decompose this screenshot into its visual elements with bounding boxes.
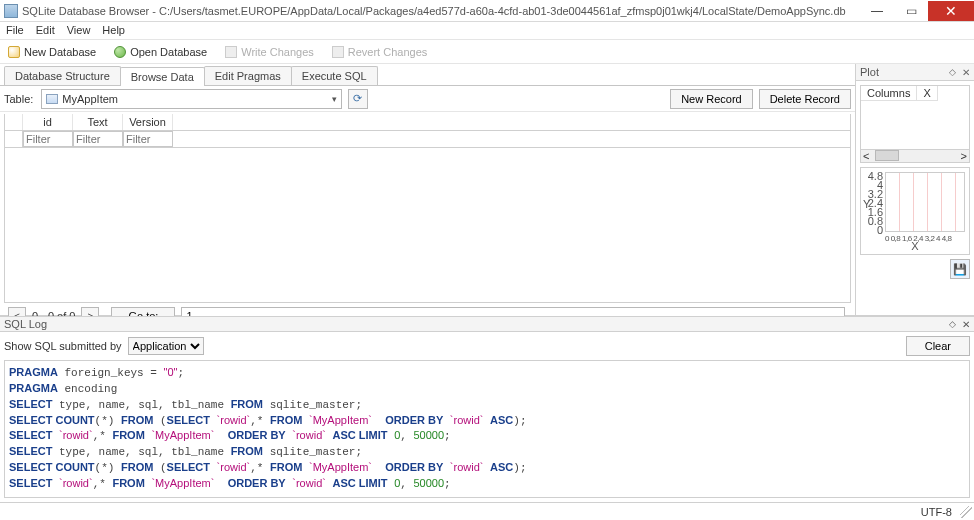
plot-columns-table[interactable]: Columns X <> <box>860 85 970 163</box>
scroll-left-icon[interactable]: < <box>863 150 869 162</box>
plot-chart: Y 4.8 4 3.2 2.4 1.6 0.8 0 0 0,8 1,6 2,4 … <box>860 167 970 255</box>
sql-log-pin-icon[interactable]: ◇ <box>949 319 956 329</box>
open-database-icon <box>114 46 126 58</box>
table-label: Table: <box>4 93 33 105</box>
plot-dock: Plot ◇ ✕ Columns X <> Y 4.8 4 3.2 2.4 1.… <box>856 64 974 315</box>
menu-file[interactable]: File <box>6 24 24 37</box>
menu-bar: File Edit View Help <box>0 22 974 40</box>
plot-title: Plot <box>860 66 879 78</box>
sql-log-clear-button[interactable]: Clear <box>906 336 970 356</box>
revert-changes-icon <box>332 46 344 58</box>
table-icon <box>46 94 58 104</box>
plot-col-header-columns[interactable]: Columns <box>861 86 917 101</box>
open-database-button[interactable]: Open Database <box>114 46 207 58</box>
tab-edit-pragmas[interactable]: Edit Pragmas <box>204 66 292 85</box>
new-database-button[interactable]: New Database <box>8 46 96 58</box>
sql-log-title: SQL Log <box>4 318 47 330</box>
x-axis-label: X <box>861 240 969 252</box>
filter-text[interactable] <box>73 131 123 147</box>
menu-help[interactable]: Help <box>102 24 125 37</box>
plot-pin-icon[interactable]: ◇ <box>949 67 956 77</box>
chevron-down-icon: ▾ <box>332 94 337 104</box>
plot-grid-area <box>885 172 965 232</box>
tab-execute-sql[interactable]: Execute SQL <box>291 66 378 85</box>
menu-view[interactable]: View <box>67 24 91 37</box>
write-changes-button: Write Changes <box>225 46 314 58</box>
menu-edit[interactable]: Edit <box>36 24 55 37</box>
main-toolbar: New Database Open Database Write Changes… <box>0 40 974 64</box>
data-grid[interactable]: id Text Version <box>4 114 851 303</box>
minimize-button[interactable]: — <box>860 1 894 21</box>
refresh-button[interactable]: ⟳ <box>348 89 368 109</box>
main-tabs: Database Structure Browse Data Edit Prag… <box>0 64 855 86</box>
table-select[interactable]: MyAppItem ▾ <box>41 89 341 109</box>
sql-log-source-select[interactable]: Application <box>128 337 204 355</box>
tab-database-structure[interactable]: Database Structure <box>4 66 121 85</box>
scroll-right-icon[interactable]: > <box>961 150 967 162</box>
grid-body[interactable] <box>5 148 850 302</box>
column-header-text[interactable]: Text <box>73 114 123 130</box>
write-changes-icon <box>225 46 237 58</box>
window-title: SQLite Database Browser - C:/Users/tasme… <box>22 5 860 17</box>
y-tick: 0 <box>877 225 883 236</box>
sql-log-dock: SQL Log ◇ ✕ Show SQL submitted by Applic… <box>0 316 974 502</box>
resize-grip-icon[interactable] <box>960 506 972 518</box>
column-header-version[interactable]: Version <box>123 114 173 130</box>
plot-save-button[interactable]: 💾 <box>950 259 970 279</box>
column-header-id[interactable]: id <box>23 114 73 130</box>
sql-log-close-icon[interactable]: ✕ <box>962 319 970 330</box>
revert-changes-button: Revert Changes <box>332 46 428 58</box>
new-record-button[interactable]: New Record <box>670 89 753 109</box>
plot-close-icon[interactable]: ✕ <box>962 67 970 78</box>
plot-col-header-x[interactable]: X <box>917 86 937 101</box>
status-bar: UTF-8 <box>0 502 974 520</box>
row-header-corner <box>5 114 23 130</box>
delete-record-button[interactable]: Delete Record <box>759 89 851 109</box>
tab-browse-data[interactable]: Browse Data <box>120 67 205 86</box>
table-select-value: MyAppItem <box>62 93 118 105</box>
title-bar: SQLite Database Browser - C:/Users/tasme… <box>0 0 974 22</box>
filter-version[interactable] <box>123 131 173 147</box>
app-icon <box>4 4 18 18</box>
status-encoding: UTF-8 <box>921 506 952 518</box>
new-database-icon <box>8 46 20 58</box>
maximize-button[interactable]: ▭ <box>894 1 928 21</box>
sql-log-text[interactable]: PRAGMA foreign_keys = "0"; PRAGMA encodi… <box>4 360 970 498</box>
scrollbar-thumb[interactable] <box>875 150 899 161</box>
sql-log-show-label: Show SQL submitted by <box>4 340 122 352</box>
close-button[interactable]: ✕ <box>928 1 974 21</box>
filter-id[interactable] <box>23 131 73 147</box>
